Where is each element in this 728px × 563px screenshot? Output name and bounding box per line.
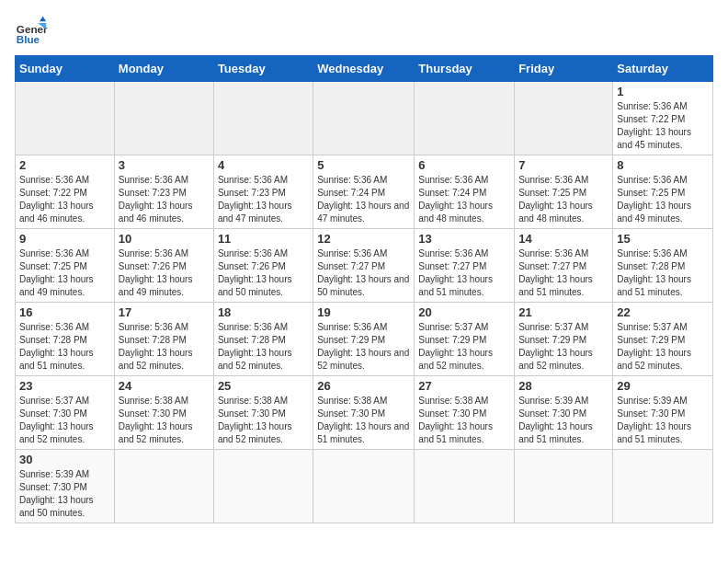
calendar-cell: 2Sunrise: 5:36 AMSunset: 7:22 PMDaylight… <box>16 155 115 229</box>
day-info: Sunrise: 5:36 AMSunset: 7:26 PMDaylight:… <box>119 247 210 299</box>
day-info: Sunrise: 5:37 AMSunset: 7:30 PMDaylight:… <box>19 395 110 446</box>
calendar-cell <box>415 82 515 155</box>
day-number: 6 <box>418 158 510 172</box>
calendar-cell: 18Sunrise: 5:36 AMSunset: 7:28 PMDayligh… <box>213 303 313 376</box>
calendar-cell: 11Sunrise: 5:36 AMSunset: 7:26 PMDayligh… <box>213 229 313 303</box>
day-info: Sunrise: 5:37 AMSunset: 7:29 PMDaylight:… <box>418 321 510 373</box>
day-info: Sunrise: 5:36 AMSunset: 7:25 PMDaylight:… <box>617 174 709 225</box>
weekday-header-monday: Monday <box>114 56 213 82</box>
day-number: 3 <box>119 158 210 172</box>
day-number: 5 <box>317 158 410 172</box>
day-number: 9 <box>19 232 110 246</box>
day-info: Sunrise: 5:36 AMSunset: 7:28 PMDaylight:… <box>218 321 309 373</box>
day-info: Sunrise: 5:37 AMSunset: 7:29 PMDaylight:… <box>518 321 609 373</box>
weekday-header-sunday: Sunday <box>16 56 115 82</box>
calendar-cell: 12Sunrise: 5:36 AMSunset: 7:27 PMDayligh… <box>313 229 415 303</box>
calendar-cell: 6Sunrise: 5:36 AMSunset: 7:24 PMDaylight… <box>415 155 515 229</box>
day-info: Sunrise: 5:38 AMSunset: 7:30 PMDaylight:… <box>317 395 410 446</box>
day-number: 20 <box>418 305 510 319</box>
calendar-cell: 8Sunrise: 5:36 AMSunset: 7:25 PMDaylight… <box>613 155 713 229</box>
day-info: Sunrise: 5:38 AMSunset: 7:30 PMDaylight:… <box>418 395 510 446</box>
calendar-cell: 3Sunrise: 5:36 AMSunset: 7:23 PMDaylight… <box>114 155 213 229</box>
day-info: Sunrise: 5:36 AMSunset: 7:24 PMDaylight:… <box>317 174 410 225</box>
calendar-cell: 29Sunrise: 5:39 AMSunset: 7:30 PMDayligh… <box>613 376 713 450</box>
day-info: Sunrise: 5:36 AMSunset: 7:27 PMDaylight:… <box>418 247 510 299</box>
calendar-cell <box>213 450 313 523</box>
day-number: 8 <box>617 158 709 172</box>
calendar-week-row: 2Sunrise: 5:36 AMSunset: 7:22 PMDaylight… <box>16 155 713 229</box>
calendar-cell: 10Sunrise: 5:36 AMSunset: 7:26 PMDayligh… <box>114 229 213 303</box>
day-number: 19 <box>317 305 410 319</box>
day-number: 18 <box>218 305 309 319</box>
calendar-cell: 21Sunrise: 5:37 AMSunset: 7:29 PMDayligh… <box>515 303 613 376</box>
svg-text:Blue: Blue <box>17 33 40 45</box>
day-number: 15 <box>617 232 709 246</box>
calendar-cell: 19Sunrise: 5:36 AMSunset: 7:29 PMDayligh… <box>313 303 415 376</box>
calendar-cell: 27Sunrise: 5:38 AMSunset: 7:30 PMDayligh… <box>415 376 515 450</box>
calendar-cell <box>515 82 613 155</box>
calendar-week-row: 16Sunrise: 5:36 AMSunset: 7:28 PMDayligh… <box>16 303 713 376</box>
day-number: 23 <box>19 379 110 393</box>
day-number: 29 <box>617 379 709 393</box>
day-number: 28 <box>518 379 609 393</box>
calendar-cell: 15Sunrise: 5:36 AMSunset: 7:28 PMDayligh… <box>613 229 713 303</box>
day-info: Sunrise: 5:36 AMSunset: 7:29 PMDaylight:… <box>317 321 410 373</box>
day-number: 27 <box>418 379 510 393</box>
day-number: 13 <box>418 232 510 246</box>
calendar-cell: 14Sunrise: 5:36 AMSunset: 7:27 PMDayligh… <box>515 229 613 303</box>
calendar-cell: 20Sunrise: 5:37 AMSunset: 7:29 PMDayligh… <box>415 303 515 376</box>
day-number: 25 <box>218 379 309 393</box>
calendar-cell: 1Sunrise: 5:36 AMSunset: 7:22 PMDaylight… <box>613 82 713 155</box>
calendar-cell: 30Sunrise: 5:39 AMSunset: 7:30 PMDayligh… <box>16 450 115 523</box>
calendar-cell <box>114 450 213 523</box>
day-number: 22 <box>617 305 709 319</box>
weekday-header-saturday: Saturday <box>613 56 713 82</box>
day-number: 2 <box>19 158 110 172</box>
day-info: Sunrise: 5:36 AMSunset: 7:22 PMDaylight:… <box>617 100 709 152</box>
day-info: Sunrise: 5:36 AMSunset: 7:25 PMDaylight:… <box>19 247 110 299</box>
day-number: 1 <box>617 85 709 98</box>
calendar-cell: 9Sunrise: 5:36 AMSunset: 7:25 PMDaylight… <box>16 229 115 303</box>
day-info: Sunrise: 5:37 AMSunset: 7:29 PMDaylight:… <box>617 321 709 373</box>
day-info: Sunrise: 5:36 AMSunset: 7:24 PMDaylight:… <box>418 174 510 225</box>
calendar-cell: 4Sunrise: 5:36 AMSunset: 7:23 PMDaylight… <box>213 155 313 229</box>
day-number: 4 <box>218 158 309 172</box>
logo: General Blue <box>15 15 48 48</box>
calendar-cell <box>16 82 115 155</box>
calendar-week-row: 23Sunrise: 5:37 AMSunset: 7:30 PMDayligh… <box>16 376 713 450</box>
calendar-cell <box>415 450 515 523</box>
weekday-header-wednesday: Wednesday <box>313 56 415 82</box>
day-info: Sunrise: 5:36 AMSunset: 7:28 PMDaylight:… <box>19 321 110 373</box>
calendar-cell <box>213 82 313 155</box>
calendar-cell: 23Sunrise: 5:37 AMSunset: 7:30 PMDayligh… <box>16 376 115 450</box>
calendar-week-row: 9Sunrise: 5:36 AMSunset: 7:25 PMDaylight… <box>16 229 713 303</box>
day-number: 12 <box>317 232 410 246</box>
logo-icon: General Blue <box>15 15 48 48</box>
day-info: Sunrise: 5:39 AMSunset: 7:30 PMDaylight:… <box>617 395 709 446</box>
day-info: Sunrise: 5:36 AMSunset: 7:26 PMDaylight:… <box>218 247 309 299</box>
calendar-cell <box>114 82 213 155</box>
weekday-header-friday: Friday <box>515 56 613 82</box>
calendar-week-row: 30Sunrise: 5:39 AMSunset: 7:30 PMDayligh… <box>16 450 713 523</box>
day-number: 17 <box>119 305 210 319</box>
day-info: Sunrise: 5:36 AMSunset: 7:22 PMDaylight:… <box>19 174 110 225</box>
svg-marker-2 <box>40 17 46 21</box>
calendar-cell <box>313 82 415 155</box>
calendar-cell <box>613 450 713 523</box>
weekday-header-tuesday: Tuesday <box>213 56 313 82</box>
day-number: 10 <box>119 232 210 246</box>
calendar-cell: 5Sunrise: 5:36 AMSunset: 7:24 PMDaylight… <box>313 155 415 229</box>
calendar-cell: 25Sunrise: 5:38 AMSunset: 7:30 PMDayligh… <box>213 376 313 450</box>
calendar-cell: 22Sunrise: 5:37 AMSunset: 7:29 PMDayligh… <box>613 303 713 376</box>
day-number: 7 <box>518 158 609 172</box>
calendar-cell: 16Sunrise: 5:36 AMSunset: 7:28 PMDayligh… <box>16 303 115 376</box>
header-area: General Blue <box>15 15 713 48</box>
calendar-cell: 17Sunrise: 5:36 AMSunset: 7:28 PMDayligh… <box>114 303 213 376</box>
day-info: Sunrise: 5:38 AMSunset: 7:30 PMDaylight:… <box>218 395 309 446</box>
day-info: Sunrise: 5:36 AMSunset: 7:28 PMDaylight:… <box>617 247 709 299</box>
calendar-table: SundayMondayTuesdayWednesdayThursdayFrid… <box>15 55 713 523</box>
day-number: 21 <box>518 305 609 319</box>
calendar-cell <box>313 450 415 523</box>
day-number: 14 <box>518 232 609 246</box>
calendar-week-row: 1Sunrise: 5:36 AMSunset: 7:22 PMDaylight… <box>16 82 713 155</box>
